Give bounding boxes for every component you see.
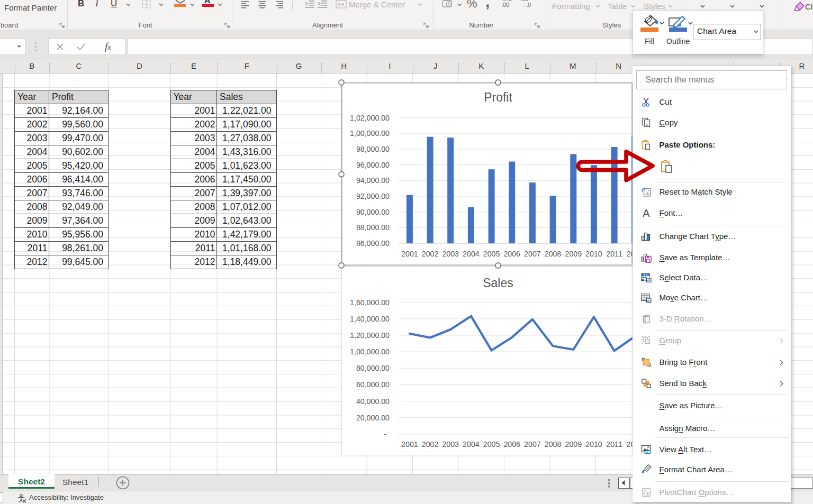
svg-text:A: A (643, 208, 650, 218)
